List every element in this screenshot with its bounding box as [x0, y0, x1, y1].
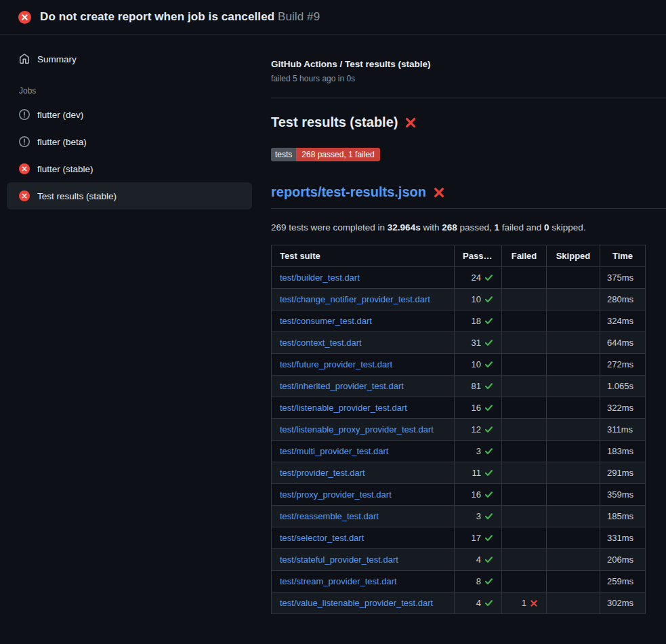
failed-cell	[502, 462, 547, 484]
skipped-cell	[547, 376, 600, 397]
suite-link[interactable]: test/listenable_proxy_provider_test.dart	[280, 424, 434, 435]
table-row: test/proxy_provider_test.dart 16 359ms	[272, 484, 646, 506]
suite-link[interactable]: test/multi_provider_test.dart	[280, 446, 388, 456]
time-cell: 311ms	[600, 419, 646, 441]
report-link[interactable]: reports/test-results.json	[271, 184, 426, 200]
header-failed: Failed	[502, 245, 547, 267]
breadcrumb: GitHub Actions / Test results (stable)	[271, 59, 666, 69]
report-title: reports/test-results.json	[271, 184, 666, 209]
suite-cell: test/builder_test.dart	[272, 267, 455, 289]
suite-cell: test/context_test.dart	[272, 332, 455, 354]
suite-link[interactable]: test/builder_test.dart	[280, 273, 360, 283]
skipped-cell	[547, 419, 600, 441]
skipped-cell	[547, 310, 600, 332]
table-row: test/provider_test.dart 11 291ms	[272, 462, 646, 484]
check-icon	[484, 555, 493, 564]
job-label: flutter (dev)	[37, 110, 83, 120]
suite-link[interactable]: test/consumer_test.dart	[280, 316, 372, 326]
skipped-cell	[547, 527, 600, 549]
summary-line: 269 tests were completed in 32.964s with…	[271, 222, 666, 233]
suite-link[interactable]: test/future_provider_test.dart	[280, 359, 392, 369]
suite-cell: test/reassemble_test.dart	[272, 506, 455, 527]
suite-link[interactable]: test/provider_test.dart	[280, 468, 365, 478]
check-title: Test results (stable)	[271, 115, 666, 130]
sidebar-job-item[interactable]: flutter (dev)	[7, 101, 252, 128]
sidebar-job-item[interactable]: Test results (stable)	[7, 182, 252, 209]
suite-link[interactable]: test/reassemble_test.dart	[280, 511, 379, 521]
time-cell: 1.065s	[600, 376, 646, 397]
passed-cell: 8	[455, 571, 502, 592]
suite-cell: test/inherited_provider_test.dart	[272, 376, 455, 397]
suite-link[interactable]: test/stateful_provider_test.dart	[280, 555, 398, 565]
badge-value: 268 passed, 1 failed	[296, 148, 379, 161]
skipped-cell	[547, 484, 600, 506]
time-cell: 324ms	[600, 310, 646, 332]
table-row: test/inherited_provider_test.dart 81 1.0…	[272, 376, 646, 397]
suite-link[interactable]: test/context_test.dart	[280, 338, 362, 348]
time-cell: 280ms	[600, 289, 646, 310]
suite-cell: test/change_notifier_provider_test.dart	[272, 289, 455, 310]
passed-cell: 10	[455, 354, 502, 376]
suite-link[interactable]: test/value_listenable_provider_test.dart	[280, 598, 433, 608]
skipped-cell	[547, 592, 600, 614]
time-cell: 259ms	[600, 571, 646, 592]
home-icon	[19, 54, 30, 64]
cross-icon	[530, 599, 538, 607]
passed-cell: 16	[455, 397, 502, 419]
suite-link[interactable]: test/inherited_provider_test.dart	[280, 381, 404, 391]
sidebar-job-item[interactable]: flutter (beta)	[7, 128, 252, 155]
results-table-body: test/builder_test.dart 24 375ms test/cha…	[272, 267, 646, 614]
suite-link[interactable]: test/stream_provider_test.dart	[280, 576, 397, 586]
passed-cell: 3	[455, 441, 502, 462]
table-row: test/change_notifier_provider_test.dart …	[272, 289, 646, 310]
summary-passed: 268	[442, 222, 457, 233]
passed-cell: 31	[455, 332, 502, 354]
suite-cell: test/future_provider_test.dart	[272, 354, 455, 376]
failed-cell	[502, 397, 547, 419]
time-cell: 185ms	[600, 506, 646, 527]
failed-cell: 1	[502, 592, 547, 614]
check-icon	[484, 512, 493, 521]
skipped-cell	[547, 506, 600, 527]
time-cell: 359ms	[600, 484, 646, 506]
check-icon	[484, 468, 493, 477]
time-cell: 183ms	[600, 441, 646, 462]
failed-cell	[502, 506, 547, 527]
cross-mark-icon	[433, 186, 445, 199]
time-cell: 375ms	[600, 267, 646, 289]
table-row: test/context_test.dart 31 644ms	[272, 332, 646, 354]
skipped-cell	[547, 571, 600, 592]
suite-link[interactable]: test/change_notifier_provider_test.dart	[280, 294, 430, 304]
suite-cell: test/proxy_provider_test.dart	[272, 484, 455, 506]
table-row: test/value_listenable_provider_test.dart…	[272, 592, 646, 614]
status-line: failed 5 hours ago in 0s	[271, 74, 666, 83]
run-title: Do not create report when job is cancell…	[40, 10, 274, 23]
header-passed: Passed	[455, 245, 502, 267]
job-label: flutter (beta)	[37, 137, 87, 147]
suite-link[interactable]: test/listenable_provider_test.dart	[280, 403, 407, 413]
table-row: test/builder_test.dart 24 375ms	[272, 267, 646, 289]
passed-cell: 16	[455, 484, 502, 506]
check-run-page: Do not create report when job is cancell…	[0, 0, 666, 635]
suite-link[interactable]: test/proxy_provider_test.dart	[280, 489, 392, 500]
check-icon	[484, 360, 493, 369]
suite-link[interactable]: test/selector_test.dart	[280, 533, 364, 543]
sidebar-item-summary[interactable]: Summary	[7, 45, 252, 73]
failed-cell	[502, 484, 547, 506]
passed-cell: 17	[455, 527, 502, 549]
suite-cell: test/multi_provider_test.dart	[272, 441, 455, 462]
skipped-cell	[547, 397, 600, 419]
passed-cell: 11	[455, 462, 502, 484]
check-icon	[484, 425, 493, 434]
passed-cell: 12	[455, 419, 502, 441]
suite-cell: test/listenable_provider_test.dart	[272, 397, 455, 419]
check-icon	[484, 577, 493, 586]
sidebar-job-item[interactable]: flutter (stable)	[7, 155, 252, 182]
time-cell: 331ms	[600, 527, 646, 549]
skipped-cell	[547, 441, 600, 462]
header-skipped: Skipped	[547, 245, 600, 267]
header: Do not create report when job is cancell…	[0, 0, 666, 35]
jobs-list: flutter (dev) flutter (beta) flutter (st…	[7, 101, 252, 209]
time-cell: 302ms	[600, 592, 646, 614]
passed-cell: 18	[455, 310, 502, 332]
